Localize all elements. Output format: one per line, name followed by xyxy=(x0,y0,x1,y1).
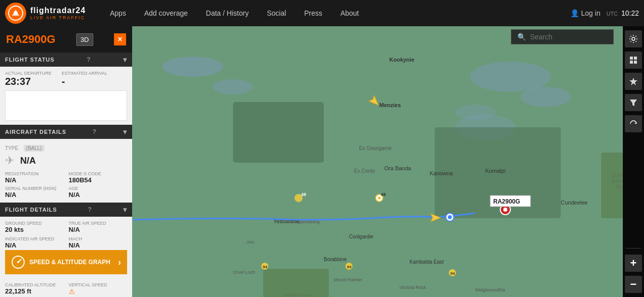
speedometer-icon xyxy=(11,255,25,269)
flight-status-content: ACTUAL DEPARTURE 23:37 ESTIMATED ARRIVAL… xyxy=(0,67,132,125)
svg-text:94: 94 xyxy=(450,271,455,276)
svg-text:94: 94 xyxy=(347,265,352,269)
nav-about[interactable]: About xyxy=(331,0,368,26)
nav-right: 👤 Log in UTC 10:22 xyxy=(570,9,644,17)
svg-point-1 xyxy=(14,11,18,15)
logo-text: flightradar24 LIVE AIR TRAFFIC xyxy=(30,6,86,20)
svg-text:Ora Banda: Ora Banda xyxy=(384,165,412,171)
login-button[interactable]: 👤 Log in xyxy=(570,9,600,17)
svg-text:RA2900G: RA2900G xyxy=(493,198,520,205)
close-button[interactable]: × xyxy=(114,33,126,45)
svg-point-62 xyxy=(17,261,19,263)
chevron-icon: ▾ xyxy=(123,56,127,64)
logo-icon xyxy=(5,3,26,24)
warning-icon: ⚠ xyxy=(69,287,127,295)
search-icon: 🔍 xyxy=(517,33,526,41)
svg-text:...oss: ...oss xyxy=(243,239,254,244)
speed-altitude-button[interactable]: SPEED & ALTITUDE GRAPH › xyxy=(5,250,127,274)
nav-apps[interactable]: Apps xyxy=(101,0,135,26)
svg-rect-64 xyxy=(630,57,633,60)
zoom-out-button[interactable]: − xyxy=(625,276,642,293)
help-icon-3: ? xyxy=(88,206,92,213)
svg-text:49: 49 xyxy=(381,192,386,197)
nav-data-history[interactable]: Data / History xyxy=(197,0,258,26)
zoom-in-button[interactable]: + xyxy=(625,255,642,272)
svg-point-7 xyxy=(520,87,571,107)
search-wrap: 🔍 xyxy=(511,29,614,44)
svg-rect-66 xyxy=(630,61,633,64)
filter-icon xyxy=(629,98,638,107)
svg-rect-65 xyxy=(634,57,637,60)
svg-text:Kanowna: Kanowna xyxy=(430,170,453,176)
svg-text:Victoria Rock: Victoria Rock xyxy=(399,285,426,290)
svg-text:Coolgardie: Coolgardie xyxy=(349,234,374,239)
grid-button[interactable] xyxy=(625,52,642,69)
callsign-bar: RA2900G 3D × xyxy=(0,26,132,53)
svg-text:Ex Goongarrie: Ex Goongarrie xyxy=(359,145,392,151)
svg-point-5 xyxy=(213,79,253,94)
sidebar-panel: RA2900G 3D × FLIGHT STATUS ? ▾ ACTUAL DE… xyxy=(0,26,132,297)
svg-rect-67 xyxy=(634,61,637,64)
svg-text:Orvel Loch: Orvel Loch xyxy=(233,270,255,275)
altitude-content: CALIBRATED ALTITUDE 22,125 ft VERTICAL S… xyxy=(0,278,132,297)
svg-marker-70 xyxy=(634,122,636,124)
help-icon-2: ? xyxy=(93,128,97,135)
svg-point-50 xyxy=(448,215,452,219)
utc-time: UTC 10:22 xyxy=(606,9,639,17)
svg-marker-69 xyxy=(630,100,637,106)
search-input[interactable] xyxy=(530,33,611,41)
plane-icon: ✈ xyxy=(5,154,14,167)
refresh-icon xyxy=(629,119,638,128)
map-svg: 49 49 Kookynie Menzies Ex Goongarrie Ex … xyxy=(132,26,623,297)
chevron-icon-2: ▾ xyxy=(123,128,127,136)
svg-text:Kurnalpi: Kurnalpi xyxy=(485,168,505,174)
nav-social[interactable]: Social xyxy=(258,0,295,26)
logo-area: flightradar24 LIVE AIR TRAFFIC xyxy=(0,3,101,24)
star-icon xyxy=(629,77,638,86)
svg-point-63 xyxy=(632,37,635,40)
svg-point-4 xyxy=(162,57,223,77)
chevron-right-icon: › xyxy=(118,257,121,268)
svg-point-9 xyxy=(455,105,495,120)
btn-3d[interactable]: 3D xyxy=(76,33,94,46)
svg-text:Cundeelee: Cundeelee xyxy=(561,200,588,206)
star-button[interactable] xyxy=(625,73,642,90)
svg-rect-42 xyxy=(601,153,623,218)
toolbar-separator xyxy=(626,248,641,249)
topnav: flightradar24 LIVE AIR TRAFFIC Apps Add … xyxy=(0,0,644,26)
svg-text:94: 94 xyxy=(263,265,267,269)
settings-button[interactable] xyxy=(625,30,642,47)
svg-text:Kambalda East: Kambalda East xyxy=(409,259,444,265)
help-icon: ? xyxy=(87,56,91,63)
aircraft-content: TYPE (BALL) ✈ N/A REGISTRATION N/A MODE-… xyxy=(0,139,132,203)
svg-text:Widgiemooltha: Widgiemooltha xyxy=(475,287,505,292)
svg-text:Ex Credo: Ex Credo xyxy=(354,168,375,174)
gear-icon xyxy=(629,34,638,43)
right-toolbar: + − xyxy=(623,26,644,297)
svg-text:Menzies: Menzies xyxy=(379,102,401,108)
aircraft-details-header[interactable]: AIRCRAFT DETAILS ? ▾ xyxy=(0,125,132,139)
chevron-icon-3: ▾ xyxy=(123,206,127,214)
svg-point-48 xyxy=(503,208,507,212)
status-map-placeholder xyxy=(5,90,127,121)
flight-status-header[interactable]: FLIGHT STATUS ? ▾ xyxy=(0,53,132,67)
svg-text:Mount Palmer: Mount Palmer xyxy=(334,277,362,282)
svg-text:49: 49 xyxy=(301,192,306,197)
map-area[interactable]: 49 49 Kookynie Menzies Ex Goongarrie Ex … xyxy=(132,26,623,297)
search-bar: 🔍 xyxy=(511,29,614,44)
svg-rect-43 xyxy=(263,269,329,297)
grid-icon xyxy=(629,56,637,64)
nav-add-coverage[interactable]: Add coverage xyxy=(135,0,197,26)
flight-content: GROUND SPEED 20 kts TRUE AIR SPEED N/A I… xyxy=(0,217,132,278)
flight-details-header[interactable]: FLIGHT DETAILS ? ▾ xyxy=(0,203,132,217)
svg-marker-68 xyxy=(629,78,637,85)
refresh-button[interactable] xyxy=(625,115,642,132)
user-icon: 👤 xyxy=(570,9,579,17)
nav-press[interactable]: Press xyxy=(295,0,331,26)
svg-text:Kookynie: Kookynie xyxy=(389,57,415,63)
nav-items: Apps Add coverage Data / History Social … xyxy=(101,0,570,26)
svg-rect-10 xyxy=(233,102,324,163)
callsign: RA2900G xyxy=(6,33,55,46)
filter-button[interactable] xyxy=(625,94,642,111)
svg-text:Borabbine: Borabbine xyxy=(324,257,347,262)
